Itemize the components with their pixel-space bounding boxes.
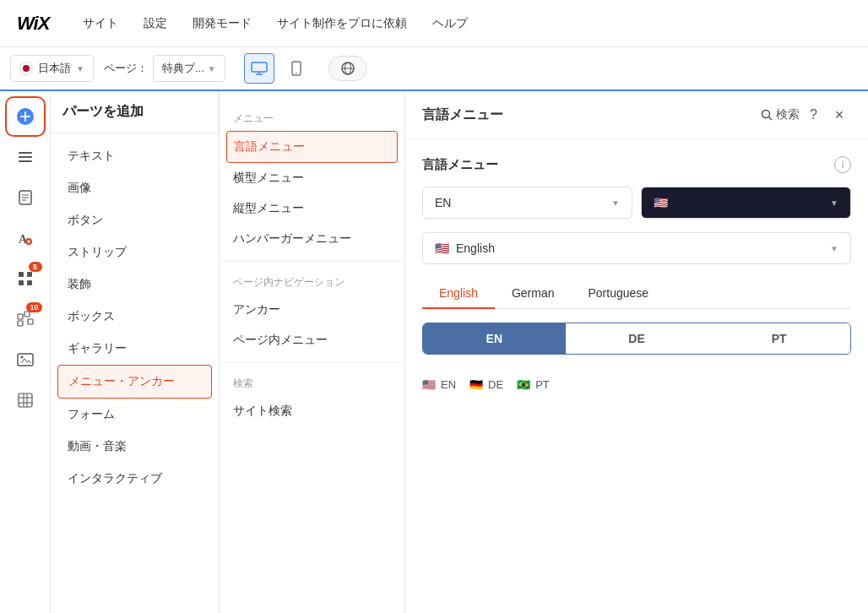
sub-item-site-search[interactable]: サイト検索	[220, 396, 404, 426]
globe-button[interactable]	[328, 56, 367, 81]
category-form[interactable]: フォーム	[51, 399, 219, 431]
sub-item-hamburger-menu[interactable]: ハンバーガーメニュー	[220, 224, 404, 254]
category-interactive[interactable]: インタラクティブ	[51, 463, 219, 495]
category-image[interactable]: 画像	[51, 172, 219, 204]
add-parts-sidebar-button[interactable]	[7, 98, 44, 135]
sidebar-text-button[interactable]: A	[7, 220, 44, 257]
category-gallery[interactable]: ギャラリー	[51, 333, 219, 365]
code-btn-en[interactable]: EN	[423, 323, 566, 354]
sidebar-menu-button[interactable]	[7, 138, 44, 176]
br-flag-icon: 🇧🇷	[517, 378, 530, 391]
nav-settings[interactable]: 設定	[144, 13, 167, 35]
svg-rect-26	[19, 393, 32, 407]
lang-menu-title: 言語メニュー	[422, 157, 498, 173]
sub-section-pagenav-label: ページ内ナビゲーション	[220, 269, 404, 295]
category-video-music[interactable]: 動画・音楽	[51, 431, 219, 463]
code-btn-pt[interactable]: PT	[708, 323, 850, 354]
nav-site[interactable]: サイト	[83, 13, 118, 35]
globe-area	[322, 56, 858, 81]
header-actions: 検索 ? ×	[761, 103, 851, 127]
dropdowns-row: EN ▼ 🇺🇸 ▼	[422, 187, 851, 219]
sub-item-page-menu[interactable]: ページ内メニュー	[220, 325, 404, 355]
category-menu-anchor[interactable]: メニュー・アンカー	[57, 365, 212, 399]
help-button[interactable]: ?	[810, 107, 817, 122]
page-selector: ページ： 特典プ... ▼	[104, 55, 225, 82]
add-parts-header: パーツを追加	[51, 91, 219, 133]
apps-badge: 5	[29, 262, 42, 272]
sub-item-anchor[interactable]: アンカー	[220, 295, 404, 325]
svg-rect-17	[27, 272, 32, 277]
search-button[interactable]: 検索	[761, 107, 800, 122]
sub-item-language-menu[interactable]: 言語メニュー	[226, 131, 398, 163]
tab-english[interactable]: English	[422, 278, 495, 308]
svg-rect-8	[19, 156, 32, 158]
nav-help[interactable]: ヘルプ	[432, 13, 468, 35]
info-icon-button[interactable]: i	[834, 156, 851, 173]
mobile-view-button[interactable]	[281, 53, 312, 84]
right-panel: 言語メニュー 検索 ? × 言語メニュー	[405, 91, 868, 613]
category-box[interactable]: ボックス	[51, 301, 219, 333]
sidebar-media-button[interactable]	[7, 341, 44, 378]
english-flag-icon: 🇺🇸	[435, 241, 449, 255]
flag-row: 🇺🇸 EN 🇩🇪 DE 🇧🇷 PT	[422, 368, 851, 401]
category-panel: パーツを追加 テキスト 画像 ボタン ストリップ 装飾 ボックス ギャラリー メ…	[51, 91, 220, 613]
sidebar-pages-button[interactable]	[7, 179, 44, 216]
language-tabs: English German Portuguese	[422, 278, 851, 309]
category-list: テキスト 画像 ボタン ストリップ 装飾 ボックス ギャラリー メニュー・アンカ…	[51, 133, 219, 502]
svg-rect-9	[19, 160, 32, 162]
jp-flag-icon	[19, 62, 33, 75]
category-button[interactable]: ボタン	[51, 204, 219, 236]
flag-dropdown[interactable]: 🇺🇸 ▼	[641, 187, 851, 219]
svg-rect-0	[252, 62, 267, 72]
flag-item-de[interactable]: 🇩🇪 DE	[469, 378, 503, 391]
sidebar-grid-button[interactable]	[7, 382, 44, 419]
en-code: EN	[441, 378, 456, 391]
add-parts-title: パーツを追加	[62, 103, 144, 121]
right-panel-header: 言語メニュー 検索 ? ×	[405, 91, 868, 139]
toolbar: 日本語 ▼ ページ： 特典プ... ▼	[0, 47, 868, 91]
svg-rect-16	[19, 272, 24, 277]
de-flag-icon: 🇩🇪	[469, 378, 483, 391]
svg-rect-20	[18, 314, 23, 319]
svg-rect-23	[28, 319, 33, 324]
sub-item-horizontal-menu[interactable]: 横型メニュー	[220, 163, 404, 193]
search-label: 検索	[776, 107, 800, 122]
sub-panel: メニュー 言語メニュー 横型メニュー 縦型メニュー ハンバーガーメニュー ページ…	[220, 91, 405, 613]
lang-chevron-icon: ▼	[76, 64, 84, 73]
sub-item-vertical-menu[interactable]: 縦型メニュー	[220, 193, 404, 224]
en-dropdown[interactable]: EN ▼	[422, 187, 632, 219]
sidebar-wix-apps-button[interactable]: 10	[7, 301, 44, 338]
sidebar-apps-button[interactable]: 5	[7, 260, 44, 297]
tab-german[interactable]: German	[495, 278, 572, 308]
page-name: 特典プ...	[162, 61, 204, 76]
category-strip[interactable]: ストリップ	[51, 236, 219, 269]
english-chevron-icon: ▼	[830, 244, 838, 253]
us-flag-icon: 🇺🇸	[422, 378, 436, 391]
flag-item-en[interactable]: 🇺🇸 EN	[422, 378, 456, 391]
svg-line-32	[769, 117, 773, 121]
svg-point-2	[296, 73, 297, 74]
svg-point-31	[762, 111, 770, 118]
en-dropdown-chevron-icon: ▼	[611, 198, 620, 208]
sub-section-search-label: 検索	[220, 370, 404, 396]
nav-dev-mode[interactable]: 開発モード	[193, 13, 252, 35]
nav-pro[interactable]: サイト制作をプロに依頼	[277, 13, 407, 35]
top-navigation: WiX サイト 設定 開発モード サイト制作をプロに依頼 ヘルプ	[0, 0, 868, 47]
code-btn-de[interactable]: DE	[566, 323, 708, 354]
english-language-dropdown[interactable]: 🇺🇸 English ▼	[422, 232, 851, 264]
wix-apps-badge: 10	[26, 302, 41, 312]
tab-portuguese[interactable]: Portuguese	[572, 278, 666, 308]
page-dropdown[interactable]: 特典プ... ▼	[153, 55, 225, 82]
desktop-view-button[interactable]	[244, 53, 274, 84]
close-button[interactable]: ×	[827, 103, 851, 127]
language-selector[interactable]: 日本語 ▼	[10, 55, 94, 82]
svg-rect-19	[27, 280, 32, 285]
category-decoration[interactable]: 装飾	[51, 269, 219, 301]
preview-content: 言語メニュー i EN ▼ 🇺🇸 ▼	[405, 139, 868, 613]
pt-code: PT	[535, 378, 550, 391]
flag-dropdown-chevron-icon: ▼	[830, 198, 838, 208]
category-text[interactable]: テキスト	[51, 140, 219, 172]
flag-item-pt[interactable]: 🇧🇷 PT	[517, 378, 550, 391]
svg-rect-18	[19, 280, 24, 285]
right-panel-title: 言語メニュー	[422, 106, 503, 124]
